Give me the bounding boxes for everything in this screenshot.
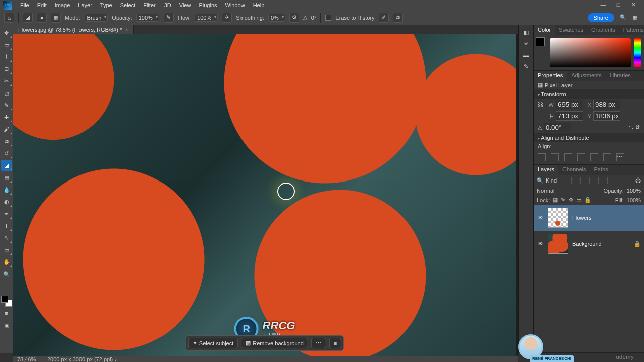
edit-toolbar-icon[interactable]: ⋯ [1, 281, 12, 292]
visibility-icon[interactable]: 👁 [537, 215, 544, 221]
flip-h-icon[interactable]: ⇋ [629, 124, 633, 131]
tab-channels[interactable]: Channels [558, 165, 590, 175]
window-maximize-icon[interactable]: □ [611, 2, 626, 8]
angle-value[interactable]: 0° [311, 15, 317, 21]
symmetry-icon[interactable]: ⧉ [393, 13, 403, 23]
home-icon[interactable]: ⌂ [4, 13, 14, 23]
canvas[interactable]: R RRCG 人人素材 ✦Select subject ▩Remove back… [13, 34, 518, 356]
color-mini-swatch[interactable] [536, 37, 545, 46]
opacity-input[interactable]: 100% [136, 14, 159, 22]
menu-plugins[interactable]: Plugins [195, 2, 221, 8]
flow-input[interactable]: 100% [195, 14, 218, 22]
menu-3d[interactable]: 3D [160, 2, 175, 8]
align-vcenter-icon[interactable] [590, 153, 598, 161]
select-subject-button[interactable]: ✦Select subject [188, 338, 238, 348]
close-tab-icon[interactable]: × [125, 27, 128, 33]
filter-pixel-icon[interactable] [571, 177, 578, 184]
lock-pos-icon[interactable]: ✥ [569, 197, 573, 203]
transform-section-header[interactable]: Transform [534, 89, 644, 99]
layer-thumbnail[interactable] [548, 234, 568, 254]
brush-tool-icon[interactable]: 🖌 [1, 124, 12, 135]
stamp-tool-icon[interactable]: ⧉ [1, 136, 12, 147]
smoothing-input[interactable]: 0% [268, 14, 285, 22]
x-field[interactable] [593, 100, 620, 109]
hand-tool-icon[interactable]: ✋ [1, 256, 12, 267]
pen-tool-icon[interactable]: ✒ [1, 208, 12, 219]
panel-icon-4[interactable]: ✎ [524, 63, 528, 70]
color-spectrum[interactable] [550, 38, 631, 67]
bar-settings-icon[interactable]: ≡ [329, 338, 341, 348]
filter-shape-icon[interactable] [598, 177, 605, 184]
layer-thumbnail[interactable] [548, 208, 568, 228]
foreground-color-swatch[interactable] [1, 296, 8, 303]
width-field[interactable] [556, 100, 583, 109]
tab-gradients[interactable]: Gradients [587, 25, 619, 35]
tab-adjustments[interactable]: Adjustments [567, 71, 606, 81]
smoothing-options-icon[interactable]: ⚙ [289, 13, 299, 23]
align-bottom-icon[interactable] [603, 153, 611, 161]
eyedropper-tool-icon[interactable]: ✎ [1, 100, 12, 111]
lasso-tool-icon[interactable]: ⌇ [1, 51, 12, 62]
panel-icon-1[interactable]: ◧ [524, 29, 529, 36]
menu-edit[interactable]: Edit [33, 2, 51, 8]
filter-type-icon[interactable] [589, 177, 596, 184]
filter-search-icon[interactable]: 🔍 [537, 177, 544, 184]
filter-toggle-icon[interactable]: ⏻ [635, 177, 641, 184]
align-top-icon[interactable] [577, 153, 585, 161]
color-swatch-control[interactable] [1, 296, 12, 307]
angle-field[interactable] [544, 123, 571, 132]
crop-tool-icon[interactable]: ✂ [1, 75, 12, 86]
menu-type[interactable]: Type [96, 2, 116, 8]
align-right-icon[interactable] [564, 153, 572, 161]
lock-trans-icon[interactable]: ▦ [553, 197, 558, 203]
gradient-tool-icon[interactable]: ▤ [1, 172, 12, 183]
eraser-tool-icon[interactable]: ◢ [23, 13, 33, 23]
selection-tool-icon[interactable]: ⊡ [1, 63, 12, 74]
height-field[interactable] [556, 111, 583, 121]
remove-background-button[interactable]: ▩Remove background [241, 338, 308, 348]
shape-tool-icon[interactable]: ▭ [1, 244, 12, 255]
zoom-tool-icon[interactable]: 🔍 [1, 268, 12, 280]
tablet-pressure-icon[interactable]: ✐ [379, 13, 389, 23]
quickmask-icon[interactable]: ◙ [1, 308, 12, 319]
tab-paths[interactable]: Paths [590, 165, 612, 175]
menu-file[interactable]: File [16, 2, 33, 8]
tab-libraries[interactable]: Libraries [606, 71, 635, 81]
history-brush-tool-icon[interactable]: ↺ [1, 148, 12, 159]
blur-tool-icon[interactable]: 💧 [1, 184, 12, 195]
tab-swatches[interactable]: Swatches [555, 25, 587, 35]
panel-icon-2[interactable]: ✳ [524, 41, 528, 47]
filter-smart-icon[interactable] [607, 177, 614, 184]
lock-paint-icon[interactable]: ✎ [561, 197, 566, 203]
erase-history-checkbox[interactable] [325, 15, 331, 21]
window-minimize-icon[interactable]: — [596, 2, 611, 8]
menu-help[interactable]: Help [249, 2, 269, 8]
brush-settings-icon[interactable]: ▦ [51, 13, 61, 23]
brush-preset-picker[interactable]: ● [37, 13, 47, 23]
move-tool-icon[interactable]: ✥ [1, 27, 12, 38]
share-button[interactable]: Share [588, 13, 614, 22]
fill-input[interactable]: 100% [627, 197, 641, 203]
airbrush-icon[interactable]: ✈ [222, 13, 232, 23]
layer-row[interactable]: 👁 Flowers [534, 205, 644, 231]
window-close-icon[interactable]: ✕ [626, 2, 641, 8]
document-tab[interactable]: Flowers.jpg @ 78,5% (Flowers, RGB/8#) * … [13, 25, 134, 34]
menu-select[interactable]: Select [116, 2, 140, 8]
blend-mode-dropdown[interactable]: Normal [537, 188, 601, 194]
opacity-pressure-icon[interactable]: ✎ [164, 13, 174, 23]
dodge-tool-icon[interactable]: ◐ [1, 196, 12, 207]
align-left-icon[interactable] [538, 153, 546, 161]
path-tool-icon[interactable]: ↖ [1, 232, 12, 243]
panel-icon-3[interactable]: ▬ [523, 52, 529, 58]
frame-tool-icon[interactable]: ▧ [1, 87, 12, 99]
tab-layers[interactable]: Layers [534, 165, 558, 175]
tab-properties[interactable]: Properties [534, 71, 567, 81]
link-wh-icon[interactable]: ⛓ [538, 102, 546, 108]
search-icon[interactable]: 🔍 [618, 14, 628, 21]
flip-v-icon[interactable]: ⇵ [635, 124, 640, 131]
type-tool-icon[interactable]: T [1, 220, 12, 231]
healing-tool-icon[interactable]: ✚ [1, 112, 12, 123]
hue-slider[interactable] [634, 38, 641, 67]
eraser-tool-icon[interactable]: ◢ [1, 160, 12, 171]
menu-view[interactable]: View [175, 2, 195, 8]
